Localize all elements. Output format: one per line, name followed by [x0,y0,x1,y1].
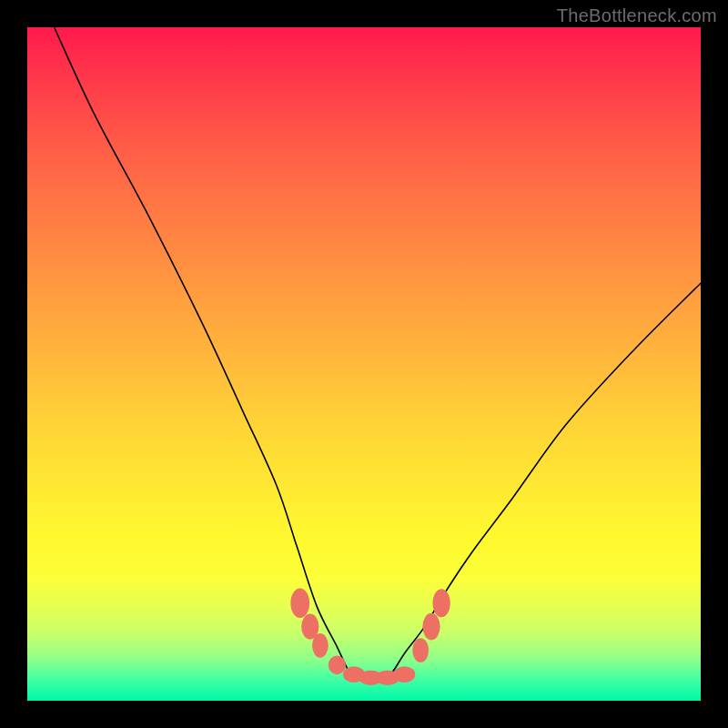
curve-markers [290,588,450,685]
bottleneck-curve [55,27,701,682]
chart-frame: TheBottleneck.com [0,0,728,728]
curve-marker [290,588,309,618]
curve-marker [422,613,440,641]
curve-marker [312,633,329,658]
chart-svg [27,27,701,701]
curve-marker [432,589,450,617]
curve-marker [394,666,416,682]
curve-marker [412,638,429,662]
plot-area [27,27,701,701]
curve-marker [329,655,346,674]
watermark-text: TheBottleneck.com [557,5,717,26]
